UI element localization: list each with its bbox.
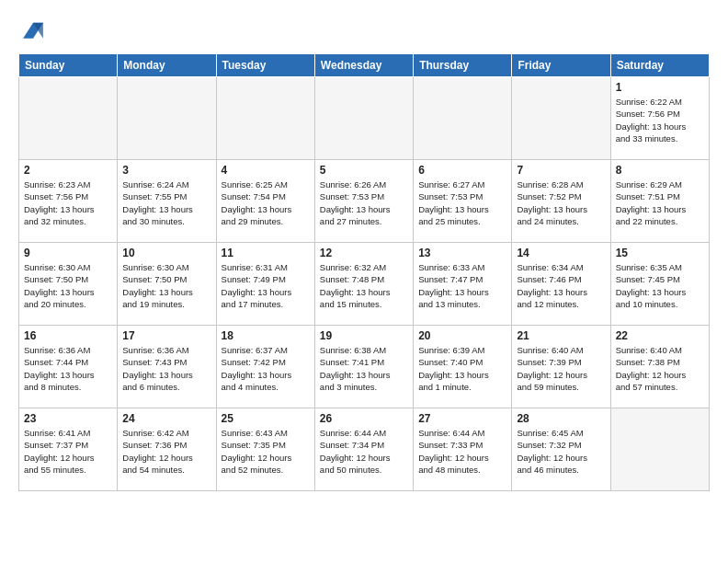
day-info: Sunrise: 6:23 AM Sunset: 7:56 PM Dayligh… <box>24 178 112 227</box>
calendar-cell: 20Sunrise: 6:39 AM Sunset: 7:40 PM Dayli… <box>414 326 512 408</box>
day-number: 24 <box>122 412 210 425</box>
day-info: Sunrise: 6:31 AM Sunset: 7:49 PM Dayligh… <box>222 261 310 310</box>
day-info: Sunrise: 6:24 AM Sunset: 7:55 PM Dayligh… <box>122 178 210 227</box>
day-number: 27 <box>418 412 506 425</box>
day-number: 4 <box>222 164 310 177</box>
calendar-cell: 4Sunrise: 6:25 AM Sunset: 7:54 PM Daylig… <box>216 160 314 243</box>
day-info: Sunrise: 6:40 AM Sunset: 7:38 PM Dayligh… <box>616 344 704 393</box>
calendar-cell <box>512 77 610 160</box>
day-info: Sunrise: 6:45 AM Sunset: 7:32 PM Dayligh… <box>517 427 605 476</box>
logo <box>18 18 46 44</box>
day-info: Sunrise: 6:36 AM Sunset: 7:43 PM Dayligh… <box>122 344 210 393</box>
calendar-cell: 28Sunrise: 6:45 AM Sunset: 7:32 PM Dayli… <box>512 408 610 491</box>
day-number: 20 <box>418 329 506 342</box>
day-info: Sunrise: 6:29 AM Sunset: 7:51 PM Dayligh… <box>616 178 704 227</box>
weekday-header-thursday: Thursday <box>414 54 512 77</box>
day-number: 22 <box>616 329 704 342</box>
calendar-cell: 12Sunrise: 6:32 AM Sunset: 7:48 PM Dayli… <box>314 243 413 326</box>
weekday-header-monday: Monday <box>118 54 216 77</box>
day-number: 9 <box>24 247 112 259</box>
calendar-cell: 25Sunrise: 6:43 AM Sunset: 7:35 PM Dayli… <box>216 408 314 491</box>
day-number: 16 <box>24 329 112 342</box>
day-info: Sunrise: 6:39 AM Sunset: 7:40 PM Dayligh… <box>418 344 506 393</box>
calendar-cell <box>19 77 118 160</box>
day-info: Sunrise: 6:41 AM Sunset: 7:37 PM Dayligh… <box>24 427 112 476</box>
day-info: Sunrise: 6:43 AM Sunset: 7:35 PM Dayligh… <box>222 427 310 476</box>
calendar-cell: 9Sunrise: 6:30 AM Sunset: 7:50 PM Daylig… <box>19 243 118 326</box>
day-number: 26 <box>320 412 408 425</box>
day-info: Sunrise: 6:35 AM Sunset: 7:45 PM Dayligh… <box>616 261 704 310</box>
calendar-cell: 11Sunrise: 6:31 AM Sunset: 7:49 PM Dayli… <box>216 243 314 326</box>
day-info: Sunrise: 6:32 AM Sunset: 7:48 PM Dayligh… <box>320 261 408 310</box>
calendar-cell: 3Sunrise: 6:24 AM Sunset: 7:55 PM Daylig… <box>118 160 216 243</box>
day-number: 10 <box>122 247 210 259</box>
day-number: 21 <box>517 329 605 342</box>
page: SundayMondayTuesdayWednesdayThursdayFrid… <box>0 0 728 506</box>
calendar-cell <box>414 77 512 160</box>
weekday-header-wednesday: Wednesday <box>314 54 413 77</box>
day-number: 19 <box>320 329 408 342</box>
calendar-cell: 23Sunrise: 6:41 AM Sunset: 7:37 PM Dayli… <box>19 408 118 491</box>
day-info: Sunrise: 6:42 AM Sunset: 7:36 PM Dayligh… <box>122 427 210 476</box>
calendar-cell: 10Sunrise: 6:30 AM Sunset: 7:50 PM Dayli… <box>118 243 216 326</box>
calendar-cell <box>314 77 413 160</box>
calendar-cell: 16Sunrise: 6:36 AM Sunset: 7:44 PM Dayli… <box>19 326 118 408</box>
week-row-3: 9Sunrise: 6:30 AM Sunset: 7:50 PM Daylig… <box>19 243 710 326</box>
day-info: Sunrise: 6:37 AM Sunset: 7:42 PM Dayligh… <box>222 344 310 393</box>
calendar-cell: 26Sunrise: 6:44 AM Sunset: 7:34 PM Dayli… <box>314 408 413 491</box>
day-number: 15 <box>616 247 704 259</box>
day-number: 14 <box>517 247 605 259</box>
header <box>18 15 710 44</box>
week-row-1: 1Sunrise: 6:22 AM Sunset: 7:56 PM Daylig… <box>19 77 710 160</box>
day-info: Sunrise: 6:22 AM Sunset: 7:56 PM Dayligh… <box>616 96 704 144</box>
week-row-4: 16Sunrise: 6:36 AM Sunset: 7:44 PM Dayli… <box>19 326 710 408</box>
weekday-header-friday: Friday <box>512 54 610 77</box>
calendar-cell: 5Sunrise: 6:26 AM Sunset: 7:53 PM Daylig… <box>314 160 413 243</box>
day-info: Sunrise: 6:30 AM Sunset: 7:50 PM Dayligh… <box>122 261 210 310</box>
day-number: 2 <box>24 164 112 177</box>
day-info: Sunrise: 6:33 AM Sunset: 7:47 PM Dayligh… <box>418 261 506 310</box>
calendar-cell: 14Sunrise: 6:34 AM Sunset: 7:46 PM Dayli… <box>512 243 610 326</box>
calendar-cell <box>610 408 709 491</box>
weekday-header-sunday: Sunday <box>19 54 118 77</box>
week-row-2: 2Sunrise: 6:23 AM Sunset: 7:56 PM Daylig… <box>19 160 710 243</box>
day-info: Sunrise: 6:38 AM Sunset: 7:41 PM Dayligh… <box>320 344 408 393</box>
day-number: 8 <box>616 164 704 177</box>
weekday-header-tuesday: Tuesday <box>216 54 314 77</box>
day-number: 25 <box>222 412 310 425</box>
day-info: Sunrise: 6:34 AM Sunset: 7:46 PM Dayligh… <box>517 261 605 310</box>
calendar-cell <box>216 77 314 160</box>
day-number: 11 <box>222 247 310 259</box>
calendar-cell: 13Sunrise: 6:33 AM Sunset: 7:47 PM Dayli… <box>414 243 512 326</box>
calendar-cell: 19Sunrise: 6:38 AM Sunset: 7:41 PM Dayli… <box>314 326 413 408</box>
weekday-header-saturday: Saturday <box>610 54 709 77</box>
day-info: Sunrise: 6:26 AM Sunset: 7:53 PM Dayligh… <box>320 178 408 227</box>
day-number: 12 <box>320 247 408 259</box>
day-number: 3 <box>122 164 210 177</box>
day-info: Sunrise: 6:27 AM Sunset: 7:53 PM Dayligh… <box>418 178 506 227</box>
day-number: 6 <box>418 164 506 177</box>
day-info: Sunrise: 6:36 AM Sunset: 7:44 PM Dayligh… <box>24 344 112 393</box>
calendar-cell: 22Sunrise: 6:40 AM Sunset: 7:38 PM Dayli… <box>610 326 709 408</box>
calendar-cell: 8Sunrise: 6:29 AM Sunset: 7:51 PM Daylig… <box>610 160 709 243</box>
calendar-table: SundayMondayTuesdayWednesdayThursdayFrid… <box>18 53 710 491</box>
day-number: 5 <box>320 164 408 177</box>
calendar-cell: 17Sunrise: 6:36 AM Sunset: 7:43 PM Dayli… <box>118 326 216 408</box>
calendar-cell: 27Sunrise: 6:44 AM Sunset: 7:33 PM Dayli… <box>414 408 512 491</box>
calendar-cell: 7Sunrise: 6:28 AM Sunset: 7:52 PM Daylig… <box>512 160 610 243</box>
day-info: Sunrise: 6:25 AM Sunset: 7:54 PM Dayligh… <box>222 178 310 227</box>
day-number: 17 <box>122 329 210 342</box>
calendar-cell: 1Sunrise: 6:22 AM Sunset: 7:56 PM Daylig… <box>610 77 709 160</box>
day-number: 18 <box>222 329 310 342</box>
calendar-cell: 21Sunrise: 6:40 AM Sunset: 7:39 PM Dayli… <box>512 326 610 408</box>
day-info: Sunrise: 6:30 AM Sunset: 7:50 PM Dayligh… <box>24 261 112 310</box>
day-number: 28 <box>517 412 605 425</box>
calendar-cell: 2Sunrise: 6:23 AM Sunset: 7:56 PM Daylig… <box>19 160 118 243</box>
day-number: 1 <box>616 81 704 94</box>
day-number: 7 <box>517 164 605 177</box>
day-number: 23 <box>24 412 112 425</box>
day-info: Sunrise: 6:44 AM Sunset: 7:34 PM Dayligh… <box>320 427 408 476</box>
day-info: Sunrise: 6:28 AM Sunset: 7:52 PM Dayligh… <box>517 178 605 227</box>
week-row-5: 23Sunrise: 6:41 AM Sunset: 7:37 PM Dayli… <box>19 408 710 491</box>
day-number: 13 <box>418 247 506 259</box>
